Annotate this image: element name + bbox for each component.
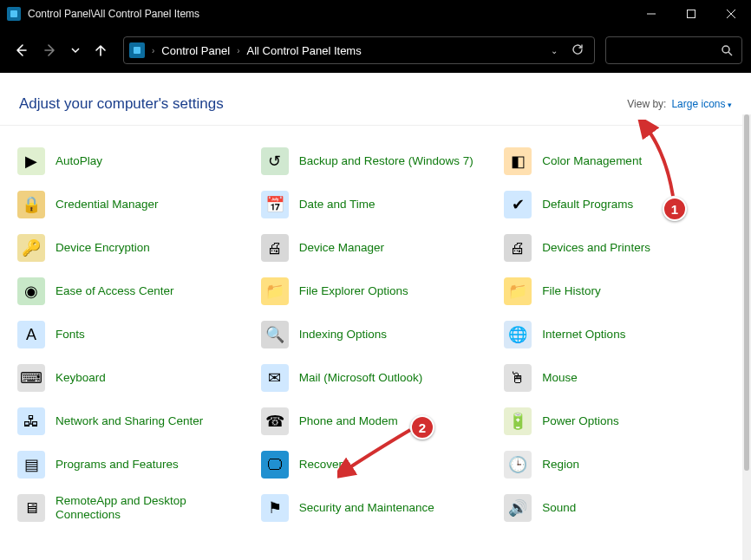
cp-item-icon: 📅	[261, 191, 289, 218]
header-row: Adjust your computer's settings View by:…	[0, 73, 751, 126]
up-button[interactable]	[88, 38, 113, 62]
scrollbar-thumb[interactable]	[744, 114, 749, 471]
cp-item[interactable]: ✔Default Programs	[500, 183, 737, 226]
cp-item-label: File History	[542, 284, 601, 298]
cp-item-label: Mail (Microsoft Outlook)	[299, 371, 423, 385]
cp-item-icon: 🔒	[17, 191, 45, 218]
back-button[interactable]	[9, 38, 33, 62]
cp-item-label: AutoPlay	[56, 154, 102, 168]
cp-item[interactable]: 🖧Network and Sharing Center	[14, 400, 251, 443]
cp-item-icon: 🖥	[17, 494, 45, 522]
cp-item-label: File Explorer Options	[299, 284, 408, 298]
cp-item-label: Recovery	[299, 458, 349, 472]
cp-item-label: Credential Manager	[56, 198, 159, 212]
cp-item[interactable]: 🖥RemoteApp and Desktop Connections	[14, 486, 251, 530]
close-button[interactable]	[711, 0, 751, 28]
cp-item[interactable]: 🖱Mouse	[500, 356, 737, 400]
page-title: Adjust your computer's settings	[19, 95, 224, 113]
cp-item[interactable]: 🔒Credential Manager	[14, 183, 251, 226]
cp-item-icon: A	[17, 321, 45, 348]
cp-item-label: Device Encryption	[56, 241, 150, 255]
cp-item-label: Security and Maintenance	[299, 501, 434, 515]
cp-item[interactable]: ◧Color Management	[500, 140, 737, 183]
cp-item[interactable]: 🔍Indexing Options	[258, 313, 494, 356]
minimize-button[interactable]	[631, 0, 671, 28]
breadcrumb-seg-1[interactable]: Control Panel	[158, 44, 233, 57]
cp-item-label: Devices and Printers	[542, 241, 650, 255]
search-icon	[721, 44, 733, 56]
cp-item-label: Network and Sharing Center	[56, 414, 203, 428]
cp-item-label: Indexing Options	[299, 328, 387, 342]
cp-item[interactable]: 🖨Device Manager	[258, 226, 494, 270]
cp-item[interactable]: 🔑Device Encryption	[14, 226, 251, 270]
cp-item[interactable]: 🖨Devices and Printers	[500, 226, 737, 270]
breadcrumb-history-dropdown[interactable]: ⌄	[545, 46, 563, 55]
cp-item[interactable]: 🖵Recovery	[258, 443, 494, 486]
content-grid: ▶AutoPlay↺Backup and Restore (Windows 7)…	[0, 126, 751, 560]
cp-item-icon: ▤	[17, 451, 45, 479]
annotation-badge-2: 2	[410, 415, 434, 440]
cp-item-icon: 🖧	[17, 407, 45, 435]
cp-item-label: Backup and Restore (Windows 7)	[299, 154, 473, 168]
cp-item[interactable]: 🔋Power Options	[500, 400, 737, 443]
maximize-button[interactable]	[671, 0, 711, 28]
cp-item[interactable]: 📁File Explorer Options	[258, 270, 494, 313]
cp-item-icon: 🖨	[504, 234, 532, 262]
search-input[interactable]	[605, 36, 742, 64]
cp-item[interactable]: 🌐Internet Options	[500, 313, 737, 356]
cp-item-icon: 🔊	[504, 494, 532, 522]
cp-item[interactable]: AFonts	[14, 313, 251, 356]
cp-item[interactable]: ☎Phone and Modem	[258, 400, 494, 443]
forward-button[interactable]	[38, 38, 62, 62]
cp-item-icon: 🖱	[504, 364, 532, 392]
scrollbar[interactable]	[742, 114, 751, 560]
cp-item-label: Keyboard	[56, 371, 106, 385]
cp-item-label: Default Programs	[542, 198, 633, 212]
chevron-right-icon: ›	[152, 46, 154, 55]
cp-item-label: RemoteApp and Desktop Connections	[56, 494, 251, 522]
cp-item-icon: 🔋	[504, 407, 532, 435]
cp-item-icon: 📁	[504, 277, 532, 305]
cp-item[interactable]: 🕒Region	[500, 443, 737, 486]
cp-item-label: Color Management	[542, 154, 642, 168]
svg-point-1	[722, 46, 729, 53]
viewby-dropdown[interactable]: Large icons	[671, 98, 732, 110]
cp-item[interactable]: ⚑Security and Maintenance	[258, 486, 494, 530]
cp-item-icon: 🌐	[504, 321, 532, 348]
cp-item[interactable]: ⌨Keyboard	[14, 356, 251, 400]
cp-item-icon: 🔍	[261, 321, 289, 348]
cp-item-label: Device Manager	[299, 241, 384, 255]
controlpanel-icon	[129, 42, 145, 58]
cp-item[interactable]: 📅Date and Time	[258, 183, 494, 226]
cp-item[interactable]: ▤Programs and Features	[14, 443, 251, 486]
cp-item[interactable]: ✉Mail (Microsoft Outlook)	[258, 356, 494, 400]
breadcrumb-seg-2[interactable]: All Control Panel Items	[243, 44, 364, 57]
cp-item-icon: ◧	[504, 147, 532, 175]
cp-item-icon: 🔑	[17, 234, 45, 262]
refresh-button[interactable]	[566, 43, 589, 58]
cp-item-label: Programs and Features	[56, 458, 179, 472]
cp-item[interactable]: ↺Backup and Restore (Windows 7)	[258, 140, 494, 183]
cp-item-icon: ▶	[17, 147, 45, 175]
cp-item[interactable]: ◉Ease of Access Center	[14, 270, 251, 313]
cp-item-icon: ↺	[261, 147, 289, 175]
recent-dropdown[interactable]	[68, 38, 83, 62]
cp-item-label: Fonts	[56, 328, 85, 342]
cp-item[interactable]: 📁File History	[500, 270, 737, 313]
cp-item-icon: 🖵	[261, 451, 289, 479]
cp-item-icon: ☎	[261, 407, 289, 435]
cp-item[interactable]: 🔊Sound	[500, 486, 737, 530]
cp-item[interactable]: ▶AutoPlay	[14, 140, 251, 183]
cp-item-label: Date and Time	[299, 198, 376, 212]
cp-item-label: Sound	[542, 501, 576, 515]
cp-item-icon: 🖨	[261, 234, 289, 262]
cp-item-label: Internet Options	[542, 328, 625, 342]
annotation-badge-1: 1	[663, 197, 687, 221]
app-icon	[7, 7, 21, 21]
cp-item-label: Phone and Modem	[299, 414, 398, 428]
svg-rect-0	[688, 10, 695, 18]
breadcrumb[interactable]: › Control Panel › All Control Panel Item…	[123, 36, 595, 64]
window-title: Control Panel\All Control Panel Items	[28, 8, 199, 20]
viewby-label: View by:	[627, 98, 666, 110]
cp-item-icon: ◉	[17, 277, 45, 305]
